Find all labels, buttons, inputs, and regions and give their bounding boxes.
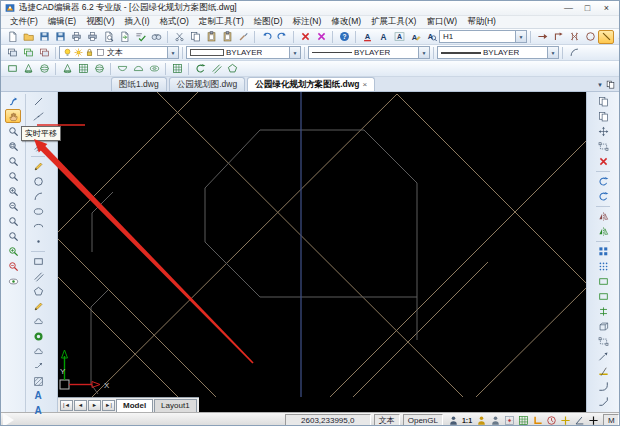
stretch-button[interactable]: [595, 274, 611, 288]
open-file-button[interactable]: [20, 30, 36, 44]
menu-item-6[interactable]: 定制工具(T): [194, 16, 249, 28]
trim-button[interactable]: [595, 364, 611, 378]
wipeout-button[interactable]: [30, 344, 46, 358]
mirror-copy-button[interactable]: [595, 224, 611, 238]
line-button[interactable]: [30, 94, 46, 108]
purge-button[interactable]: [313, 30, 329, 44]
donut-button[interactable]: [30, 329, 46, 343]
surface-ruled-button[interactable]: [208, 62, 224, 76]
layout-tab-model[interactable]: Model: [116, 399, 153, 412]
surface-mesh-button[interactable]: [75, 62, 91, 76]
menu-item-2[interactable]: 编辑(E): [43, 16, 81, 28]
lineweight-combo[interactable]: BYLAYER ▼: [437, 46, 559, 59]
zoom-window-button[interactable]: [5, 139, 21, 153]
copy-button[interactable]: [595, 94, 611, 108]
zoom-extents-button[interactable]: [5, 244, 21, 258]
sketch-button[interactable]: [30, 159, 46, 173]
spell-check-button[interactable]: [132, 30, 148, 44]
surface-torus-button[interactable]: [146, 62, 162, 76]
erase-button[interactable]: [595, 154, 611, 168]
surface-pyramid-button[interactable]: [20, 62, 36, 76]
explode-button[interactable]: [595, 319, 611, 333]
surface-dome-button[interactable]: [130, 62, 146, 76]
menu-item-8[interactable]: 标注(N): [288, 16, 327, 28]
osnap-toggle-button[interactable]: [558, 413, 572, 426]
redo-button[interactable]: [274, 30, 290, 44]
format-painter-button[interactable]: [235, 30, 251, 44]
menu-item-10[interactable]: 扩展工具(X): [366, 16, 421, 28]
delete-button[interactable]: [297, 30, 313, 44]
command-expand-icon[interactable]: [3, 413, 14, 426]
close-button[interactable]: ×: [598, 2, 615, 14]
arc-tool-button[interactable]: [566, 46, 582, 60]
snap-nearest-button[interactable]: [598, 30, 614, 44]
layer-manager-button[interactable]: [4, 46, 20, 60]
paste-special-button[interactable]: [219, 30, 235, 44]
drawing-canvas[interactable]: YX: [58, 92, 586, 397]
crosshair-toggle-button[interactable]: [586, 413, 600, 426]
aerial-view-button[interactable]: [5, 274, 21, 288]
grid-toggle-button[interactable]: [516, 413, 530, 426]
ortho-toggle-button[interactable]: [530, 413, 544, 426]
zoom-previous-button[interactable]: [5, 124, 21, 138]
menu-item-11[interactable]: 窗口(W): [421, 16, 462, 28]
menu-item-9[interactable]: 修改(M): [326, 16, 366, 28]
copy-nested-button[interactable]: [595, 109, 611, 123]
point-button[interactable]: [30, 234, 46, 248]
snap-endpoint-button[interactable]: [534, 30, 550, 44]
help-button[interactable]: [336, 30, 352, 44]
extend-button[interactable]: [595, 349, 611, 363]
rotate-button[interactable]: [595, 174, 611, 188]
doc-tab-3[interactable]: 公园绿化规划方案图纸.dwg×: [247, 77, 375, 91]
snap-midpoint-button[interactable]: [550, 30, 566, 44]
linetype-combo[interactable]: BYLAYER ▼: [308, 46, 430, 59]
renderer-button[interactable]: OpenGL: [403, 414, 443, 426]
new-file-button[interactable]: [4, 30, 20, 44]
hatch-button[interactable]: [30, 374, 46, 388]
text-style-combo[interactable]: H1 ▼: [439, 30, 527, 43]
zoom-dynamic-button[interactable]: [5, 154, 21, 168]
surface-mesh-sphere-button[interactable]: [91, 62, 107, 76]
single-line-text-button[interactable]: [375, 30, 391, 44]
layout-tab-layout1[interactable]: Layout1: [154, 399, 196, 412]
single-text-button[interactable]: A: [30, 389, 46, 403]
mtext-button[interactable]: A: [30, 404, 46, 418]
array-button[interactable]: [595, 244, 611, 258]
mirror-button[interactable]: [595, 209, 611, 223]
quick-print-button[interactable]: [84, 30, 100, 44]
zoom-scale-button[interactable]: [5, 169, 21, 183]
tab-list-button[interactable]: ▼: [597, 82, 603, 88]
fillet-button[interactable]: [595, 379, 611, 393]
status-user-alt-button[interactable]: [474, 413, 488, 426]
text-style-button[interactable]: [359, 30, 375, 44]
zoom-center-button[interactable]: [5, 229, 21, 243]
surface-dish-button[interactable]: [114, 62, 130, 76]
leader-button[interactable]: [30, 359, 46, 373]
zoom-in-button[interactable]: [5, 184, 21, 198]
maximize-button[interactable]: □: [579, 2, 596, 14]
surface-box-button[interactable]: [4, 62, 20, 76]
menu-item-12[interactable]: 帮助(H): [462, 16, 501, 28]
doc-tab-2[interactable]: 公园规划图.dwg: [169, 77, 245, 91]
otrack-toggle-button[interactable]: [572, 413, 586, 426]
layer-previous-button[interactable]: [36, 46, 52, 60]
print-button[interactable]: [68, 30, 84, 44]
pan-realtime-button[interactable]: [5, 109, 21, 123]
copy-clip-button[interactable]: [187, 30, 203, 44]
snap-parallel-button[interactable]: [614, 30, 620, 44]
snap-intersection-button[interactable]: [566, 30, 582, 44]
find-button[interactable]: [148, 30, 164, 44]
save-button[interactable]: [36, 30, 52, 44]
tab-close-icon[interactable]: ×: [363, 80, 368, 89]
surface-edge-button[interactable]: [224, 62, 240, 76]
print-preview-button[interactable]: [100, 30, 116, 44]
ellipse-button[interactable]: [30, 204, 46, 218]
lengthen-button[interactable]: [595, 289, 611, 303]
move-button[interactable]: [595, 124, 611, 138]
status-overflow[interactable]: M: [603, 414, 619, 426]
layer-states-button[interactable]: [20, 46, 36, 60]
menu-item-1[interactable]: 文件(F): [5, 16, 43, 28]
circle-button[interactable]: [30, 174, 46, 188]
multiline-button[interactable]: [30, 139, 46, 153]
ellipse-arc-button[interactable]: [30, 219, 46, 233]
